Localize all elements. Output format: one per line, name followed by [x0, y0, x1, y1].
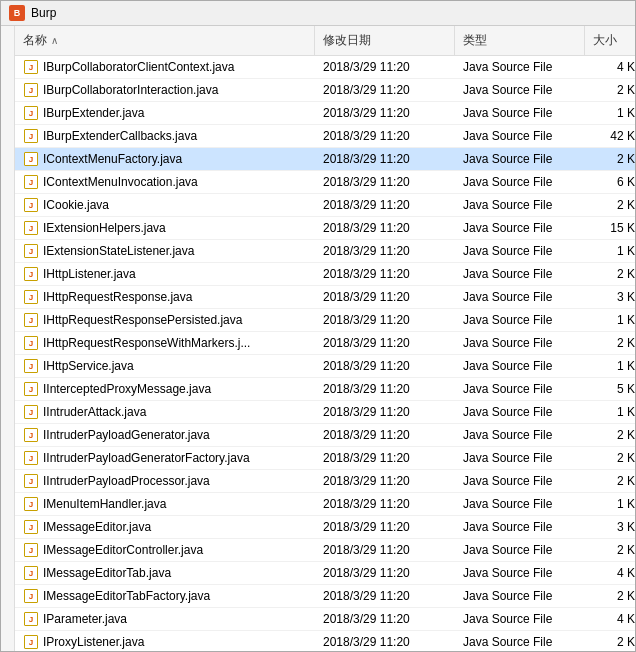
table-row[interactable]: IBurpCollaboratorClientContext.java2018/…	[15, 56, 635, 79]
file-size-cell: 1 KB	[585, 401, 635, 423]
java-file-icon	[23, 427, 39, 443]
file-name-cell: IBurpCollaboratorClientContext.java	[15, 56, 315, 78]
table-row[interactable]: IMessageEditorController.java2018/3/29 1…	[15, 539, 635, 562]
file-name-text: IContextMenuInvocation.java	[43, 175, 198, 189]
table-row[interactable]: IIntruderPayloadGenerator.java2018/3/29 …	[15, 424, 635, 447]
file-size-cell: 2 KB	[585, 631, 635, 651]
file-name-text: IProxyListener.java	[43, 635, 144, 649]
file-name-cell: IMessageEditorTab.java	[15, 562, 315, 584]
file-size-cell: 4 KB	[585, 56, 635, 78]
file-size-cell: 2 KB	[585, 424, 635, 446]
file-type-cell: Java Source File	[455, 470, 585, 492]
file-name-text: IExtensionStateListener.java	[43, 244, 194, 258]
java-file-icon	[23, 634, 39, 650]
table-row[interactable]: IMessageEditorTabFactory.java2018/3/29 1…	[15, 585, 635, 608]
table-row[interactable]: IInterceptedProxyMessage.java2018/3/29 1…	[15, 378, 635, 401]
file-name-text: IMenuItemHandler.java	[43, 497, 166, 511]
file-type-cell: Java Source File	[455, 56, 585, 78]
file-name-cell: IHttpRequestResponsePersisted.java	[15, 309, 315, 331]
col-header-size[interactable]: 大小	[585, 26, 635, 55]
file-name-cell: IIntruderAttack.java	[15, 401, 315, 423]
file-date-cell: 2018/3/29 11:20	[315, 631, 455, 651]
table-row[interactable]: IContextMenuInvocation.java2018/3/29 11:…	[15, 171, 635, 194]
table-row[interactable]: IHttpListener.java2018/3/29 11:20Java So…	[15, 263, 635, 286]
col-header-name[interactable]: 名称 ∧	[15, 26, 315, 55]
file-type-cell: Java Source File	[455, 355, 585, 377]
file-type-cell: Java Source File	[455, 263, 585, 285]
file-type-cell: Java Source File	[455, 631, 585, 651]
table-row[interactable]: IExtensionStateListener.java2018/3/29 11…	[15, 240, 635, 263]
file-size-cell: 1 KB	[585, 102, 635, 124]
table-row[interactable]: IBurpExtenderCallbacks.java2018/3/29 11:…	[15, 125, 635, 148]
file-size-cell: 2 KB	[585, 585, 635, 607]
file-date-cell: 2018/3/29 11:20	[315, 516, 455, 538]
file-size-cell: 2 KB	[585, 79, 635, 101]
java-file-icon	[23, 519, 39, 535]
file-size-cell: 2 KB	[585, 539, 635, 561]
file-date-cell: 2018/3/29 11:20	[315, 56, 455, 78]
file-type-cell: Java Source File	[455, 378, 585, 400]
file-date-cell: 2018/3/29 11:20	[315, 240, 455, 262]
file-type-cell: Java Source File	[455, 79, 585, 101]
file-name-cell: IInterceptedProxyMessage.java	[15, 378, 315, 400]
file-size-cell: 2 KB	[585, 263, 635, 285]
file-type-cell: Java Source File	[455, 401, 585, 423]
table-row[interactable]: IMenuItemHandler.java2018/3/29 11:20Java…	[15, 493, 635, 516]
table-row[interactable]: IHttpRequestResponse.java2018/3/29 11:20…	[15, 286, 635, 309]
table-row[interactable]: IMessageEditor.java2018/3/29 11:20Java S…	[15, 516, 635, 539]
table-row[interactable]: IHttpRequestResponseWithMarkers.j...2018…	[15, 332, 635, 355]
file-size-cell: 2 KB	[585, 470, 635, 492]
file-type-cell: Java Source File	[455, 585, 585, 607]
file-name-cell: IMessageEditorTabFactory.java	[15, 585, 315, 607]
file-name-text: IIntruderAttack.java	[43, 405, 146, 419]
file-date-cell: 2018/3/29 11:20	[315, 148, 455, 170]
table-row[interactable]: IIntruderAttack.java2018/3/29 11:20Java …	[15, 401, 635, 424]
table-row[interactable]: IHttpService.java2018/3/29 11:20Java Sou…	[15, 355, 635, 378]
file-name-text: IHttpService.java	[43, 359, 134, 373]
table-row[interactable]: IIntruderPayloadGeneratorFactory.java201…	[15, 447, 635, 470]
col-header-date[interactable]: 修改日期	[315, 26, 455, 55]
table-row[interactable]: IBurpExtender.java2018/3/29 11:20Java So…	[15, 102, 635, 125]
file-name-cell: ICookie.java	[15, 194, 315, 216]
table-row[interactable]: IIntruderPayloadProcessor.java2018/3/29 …	[15, 470, 635, 493]
table-row[interactable]: IMessageEditorTab.java2018/3/29 11:20Jav…	[15, 562, 635, 585]
java-file-icon	[23, 450, 39, 466]
file-name-cell: IHttpListener.java	[15, 263, 315, 285]
table-row[interactable]: ICookie.java2018/3/29 11:20Java Source F…	[15, 194, 635, 217]
file-size-cell: 4 KB	[585, 562, 635, 584]
file-type-cell: Java Source File	[455, 125, 585, 147]
col-header-type[interactable]: 类型	[455, 26, 585, 55]
file-name-text: IMessageEditorController.java	[43, 543, 203, 557]
file-name-cell: IExtensionStateListener.java	[15, 240, 315, 262]
file-date-cell: 2018/3/29 11:20	[315, 424, 455, 446]
table-row[interactable]: IParameter.java2018/3/29 11:20Java Sourc…	[15, 608, 635, 631]
file-date-cell: 2018/3/29 11:20	[315, 217, 455, 239]
file-type-cell: Java Source File	[455, 217, 585, 239]
file-name-text: IBurpCollaboratorInteraction.java	[43, 83, 218, 97]
table-row[interactable]: IExtensionHelpers.java2018/3/29 11:20Jav…	[15, 217, 635, 240]
file-list[interactable]: IBurpCollaboratorClientContext.java2018/…	[15, 56, 635, 651]
col-date-label: 修改日期	[323, 32, 371, 49]
table-row[interactable]: IHttpRequestResponsePersisted.java2018/3…	[15, 309, 635, 332]
file-size-cell: 2 KB	[585, 148, 635, 170]
table-row[interactable]: IContextMenuFactory.java2018/3/29 11:20J…	[15, 148, 635, 171]
file-name-text: IParameter.java	[43, 612, 127, 626]
file-size-cell: 2 KB	[585, 194, 635, 216]
file-name-text: IHttpRequestResponse.java	[43, 290, 192, 304]
file-name-cell: IBurpCollaboratorInteraction.java	[15, 79, 315, 101]
file-type-cell: Java Source File	[455, 447, 585, 469]
main-window: B Burp 名称 ∧ 修改日期 类型 大小 IBurp	[0, 0, 636, 652]
file-name-text: IHttpRequestResponsePersisted.java	[43, 313, 242, 327]
table-row[interactable]: IProxyListener.java2018/3/29 11:20Java S…	[15, 631, 635, 651]
file-date-cell: 2018/3/29 11:20	[315, 309, 455, 331]
java-file-icon	[23, 82, 39, 98]
window-title: Burp	[31, 6, 56, 20]
java-file-icon	[23, 473, 39, 489]
file-name-text: IInterceptedProxyMessage.java	[43, 382, 211, 396]
file-date-cell: 2018/3/29 11:20	[315, 102, 455, 124]
java-file-icon	[23, 588, 39, 604]
main-content: 名称 ∧ 修改日期 类型 大小 IBurpCollaboratorClientC…	[15, 26, 635, 651]
java-file-icon	[23, 542, 39, 558]
file-name-cell: IContextMenuFactory.java	[15, 148, 315, 170]
table-row[interactable]: IBurpCollaboratorInteraction.java2018/3/…	[15, 79, 635, 102]
